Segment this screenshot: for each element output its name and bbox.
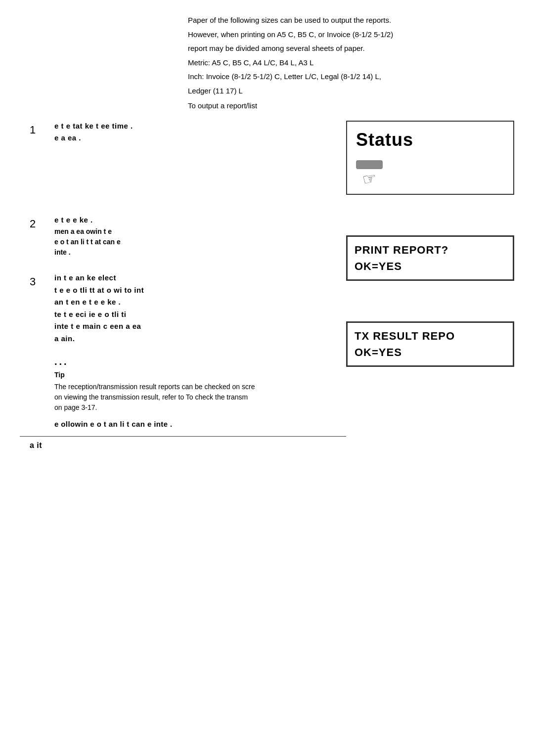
step3-line5: inte t e main c een a ea [54,321,346,332]
main-area: 1 e t e tat ke t ee time . e a ea . 2 e … [20,121,514,451]
print-report-line1: PRINT REPORT? [355,242,506,258]
step2-row: 2 e t e e ke . men a ea owin t e e o t a… [20,215,346,258]
step2-content: e t e e ke . men a ea owin t e e o t an … [54,215,346,258]
status-button-area: ☞ [356,160,383,187]
tx-result-box: TX RESULT REPO OK=YES [346,321,514,367]
tx-result-line1: TX RESULT REPO [355,328,506,344]
step2-sub1: men a ea owin t e [54,226,346,237]
print-report-box: PRINT REPORT? OK=YES [346,235,514,281]
tip-body1: The reception/transmission result report… [54,382,346,392]
right-panels: Status ☞ PRINT REPORT? OK=YES TX RESULT … [346,121,514,367]
step3-line3: an t en e t e e ke . [54,297,346,308]
step2-sub3: inte . [54,247,346,258]
step3-line2: t e e o tli tt at o wi to int [54,285,346,296]
tip-dots: ... [54,354,346,369]
step2-number: 2 [30,215,54,232]
intro-line1: Paper of the following sizes can be used… [188,15,514,26]
tip-body3: on page 3-17. [54,402,346,413]
finger-icon: ☞ [361,170,378,188]
gap2 [346,281,514,320]
status-title: Status [356,127,413,153]
step3-line1: in t e an ke elect [54,272,346,284]
to-output-label: To output a report/list [188,100,514,112]
tip-label: Tip [54,370,346,380]
intro-line5: Inch: Invoice (8-1/2 5-1/2) C, Letter L/… [188,71,514,83]
following-bold-line: e ollowin e o t an li t can e inte . [54,419,346,430]
status-button-rect[interactable] [356,160,383,169]
intro-line3: report may be divided among several shee… [188,43,514,54]
print-report-line2: OK=YES [355,258,506,274]
page-label: a it [30,440,346,451]
intro-section: Paper of the following sizes can be used… [188,15,514,96]
step2-sub2: e o t an li t t at can e [54,237,346,247]
divider [20,436,346,437]
step3-number: 3 [30,272,54,290]
step1-content: e t e tat ke t ee time . e a ea . [54,121,346,145]
steps-column: 1 e t e tat ke t ee time . e a ea . 2 e … [20,121,346,451]
intro-line2: However, when printing on A5 C, B5 C, or… [188,29,514,41]
status-box: Status ☞ [346,121,514,195]
step1-row: 1 e t e tat ke t ee time . e a ea . [20,121,346,185]
step1-bold2: e a ea . [54,133,346,144]
intro-line6: Ledger (11 17) L [188,86,514,97]
tip-section: ... Tip The reception/transmission resul… [54,354,346,413]
step3-content: in t e an ke elect t e e o tli tt at o w… [54,272,346,345]
tx-result-line2: OK=YES [355,344,506,360]
step1-bold1: e t e tat ke t ee time . [54,121,346,132]
tip-body2: on viewing the transmission result, refe… [54,392,346,402]
step3-row: 3 in t e an ke elect t e e o tli tt at o… [20,272,346,345]
step3-line4: te t e eci ie e o tli ti [54,309,346,320]
intro-line4: Metric: A5 C, B5 C, A4 L/C, B4 L, A3 L [188,57,514,69]
page: Paper of the following sizes can be used… [0,0,534,471]
gap1 [346,195,514,234]
step1-number: 1 [30,121,54,138]
step3-line6: a ain. [54,333,346,345]
step2-bold1: e t e e ke . [54,215,346,226]
